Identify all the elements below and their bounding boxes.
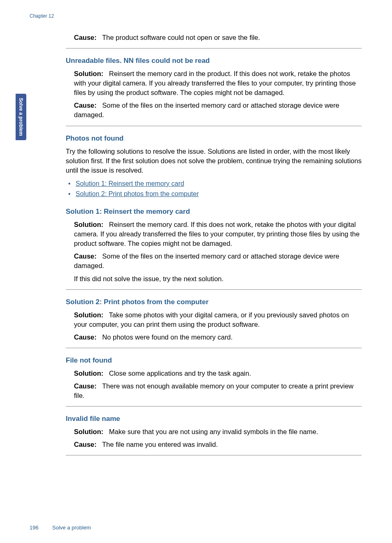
divider [66, 126, 362, 126]
divider [66, 48, 362, 49]
solution-text: Take some photos with your digital camer… [74, 311, 349, 328]
divider [66, 406, 362, 407]
footer-section: Solve a problem [52, 525, 91, 531]
fnf-solution: Solution: Close some applications and tr… [74, 369, 362, 378]
chapter-label: Chapter 12 [30, 13, 54, 19]
link-solution-1[interactable]: Solution 1: Reinsert the memory card [76, 180, 184, 187]
sol1-next: If this did not solve the issue, try the… [74, 274, 362, 284]
page-footer: 196 Solve a problem [30, 525, 91, 531]
sol1-solution: Solution: Reinsert the memory card. If t… [74, 220, 362, 248]
cause-text: There was not enough available memory on… [74, 382, 353, 399]
heading-invalid-file-name: Invalid file name [66, 415, 362, 423]
sol1-cause: Cause: Some of the files on the inserted… [74, 252, 362, 270]
cause-text: The file name you entered was invalid. [102, 441, 218, 448]
ifn-solution: Solution: Make sure that you are not usi… [74, 427, 362, 437]
cause-label: Cause: [74, 441, 97, 448]
solution-text: Make sure that you are not using any inv… [109, 428, 318, 435]
list-item: Solution 1: Reinsert the memory card [66, 178, 362, 189]
solution-label: Solution: [74, 428, 103, 435]
fnf-cause: Cause: There was not enough available me… [74, 381, 362, 400]
ifn-cause: Cause: The file name you entered was inv… [74, 440, 362, 449]
list-item: Solution 2: Print photos from the comput… [66, 189, 362, 199]
heading-file-not-found: File not found [66, 356, 362, 365]
sol2-solution: Solution: Take some photos with your dig… [74, 310, 362, 329]
solution-label: Solution: [74, 221, 103, 228]
side-tab: Solve a problem [16, 94, 26, 140]
divider [66, 348, 362, 348]
page-content: Cause: The product software could not op… [66, 33, 362, 463]
solution-label: Solution: [74, 70, 103, 77]
heading-solution-1: Solution 1: Reinsert the memory card [66, 208, 362, 216]
solution-label: Solution: [74, 370, 103, 377]
solution-text: Close some applications and try the task… [109, 370, 251, 377]
unreadable-solution: Solution: Reinsert the memory card in th… [74, 69, 362, 97]
cause-label: Cause: [74, 333, 97, 341]
link-solution-2[interactable]: Solution 2: Print photos from the comput… [76, 190, 199, 197]
divider [66, 455, 362, 455]
heading-solution-2: Solution 2: Print photos from the comput… [66, 298, 362, 306]
heading-unreadable: Unreadable files. NN files could not be … [66, 57, 362, 65]
heading-photos-not-found: Photos not found [66, 134, 362, 143]
cause-label: Cause: [74, 34, 97, 41]
solutions-link-list: Solution 1: Reinsert the memory card Sol… [66, 178, 362, 199]
unreadable-cause: Cause: Some of the files on the inserted… [74, 101, 362, 120]
cause-text: The product software could not open or s… [102, 34, 260, 41]
cause-label: Cause: [74, 102, 97, 109]
sol2-cause: Cause: No photos were found on the memor… [74, 333, 362, 342]
photos-not-found-intro: Try the following solutions to resolve t… [66, 147, 362, 175]
intro-cause-para: Cause: The product software could not op… [74, 33, 362, 42]
solution-text: Reinsert the memory card in the product.… [74, 70, 356, 96]
cause-text: Some of the files on the inserted memory… [74, 102, 339, 118]
solution-label: Solution: [74, 311, 103, 319]
cause-label: Cause: [74, 382, 97, 390]
cause-text: No photos were found on the memory card. [102, 333, 233, 341]
cause-text: Some of the files on the inserted memory… [74, 252, 339, 269]
solution-text: Reinsert the memory card. If this does n… [74, 221, 360, 247]
divider [66, 289, 362, 290]
cause-label: Cause: [74, 252, 97, 260]
page-number: 196 [30, 525, 39, 531]
